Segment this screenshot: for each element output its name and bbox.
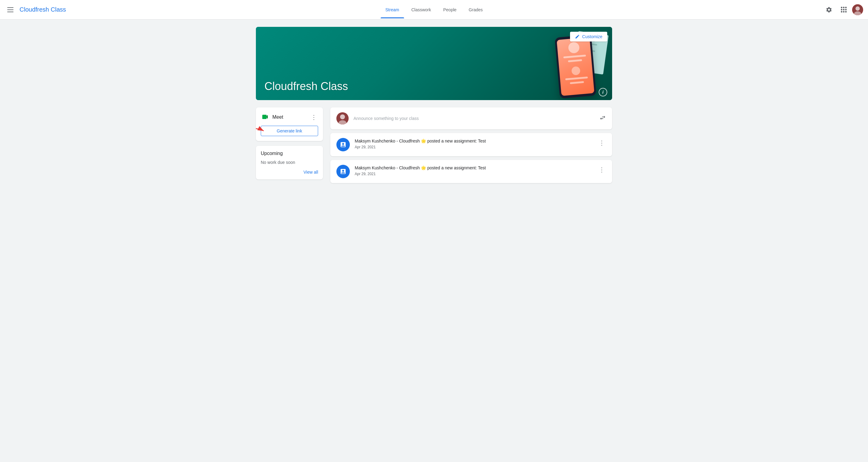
upcoming-title: Upcoming — [261, 151, 318, 156]
view-all-button[interactable]: View all — [261, 170, 318, 175]
apps-button[interactable] — [837, 4, 850, 16]
announce-placeholder[interactable]: Announce something to your class — [353, 116, 594, 121]
app-title: Cloudfresh Class — [20, 6, 66, 13]
meet-label: Meet — [272, 114, 283, 120]
share-icon[interactable] — [599, 114, 606, 123]
banner-title: Cloudfresh Class — [265, 80, 348, 93]
main-nav: Stream Classwork People Grades — [66, 1, 802, 18]
upcoming-empty-text: No work due soon — [261, 160, 318, 165]
annotation-arrow — [256, 125, 267, 137]
generate-link-button[interactable]: Generate link — [261, 126, 318, 136]
sidebar: Meet ⋮ Generate link — [256, 108, 323, 179]
header-left: Cloudfresh Class — [5, 5, 66, 15]
announce-bar[interactable]: Announce something to your class — [330, 108, 612, 129]
post-1-title: Maksym Kushchenko - Cloudfresh 🌟 posted … — [355, 138, 593, 144]
post-1-icon — [336, 138, 350, 151]
generate-link-wrapper: Generate link — [261, 126, 318, 136]
post-1-menu[interactable]: ⋮ — [597, 138, 606, 148]
post-2: Maksym Kushchenko - Cloudfresh 🌟 posted … — [330, 160, 612, 183]
meet-more-button[interactable]: ⋮ — [310, 112, 318, 122]
post-2-date: Apr 29, 2021 — [355, 172, 593, 176]
grid-icon — [841, 7, 847, 12]
info-button[interactable]: i — [599, 88, 607, 96]
upcoming-card: Upcoming No work due soon View all — [256, 146, 323, 179]
tab-stream[interactable]: Stream — [381, 1, 404, 18]
menu-button[interactable] — [5, 5, 16, 15]
content-area: Meet ⋮ Generate link — [256, 108, 612, 183]
stream-feed: Announce something to your class Maksym … — [330, 108, 612, 183]
post-2-icon — [336, 165, 350, 178]
header-right — [802, 4, 863, 16]
settings-button[interactable] — [823, 4, 835, 16]
user-avatar[interactable] — [852, 4, 863, 15]
svg-point-7 — [340, 114, 345, 119]
tab-classwork[interactable]: Classwork — [407, 1, 436, 18]
class-banner: Cloudfresh Class Customize i — [256, 27, 612, 100]
meet-card: Meet ⋮ Generate link — [256, 108, 323, 141]
phone-illustration — [555, 34, 596, 98]
header: Cloudfresh Class Stream Classwork People… — [0, 0, 868, 20]
tab-grades[interactable]: Grades — [464, 1, 488, 18]
svg-point-1 — [856, 6, 860, 11]
post-1-content: Maksym Kushchenko - Cloudfresh 🌟 posted … — [355, 138, 593, 149]
main-content: Cloudfresh Class Customize i — [251, 20, 617, 191]
post-2-menu[interactable]: ⋮ — [597, 165, 606, 175]
meet-icon — [261, 113, 269, 121]
post-2-title: Maksym Kushchenko - Cloudfresh 🌟 posted … — [355, 165, 593, 171]
meet-header: Meet ⋮ — [261, 112, 318, 122]
current-user-avatar — [336, 112, 349, 124]
post-1-date: Apr 29, 2021 — [355, 145, 593, 149]
post-2-content: Maksym Kushchenko - Cloudfresh 🌟 posted … — [355, 165, 593, 176]
post-1: Maksym Kushchenko - Cloudfresh 🌟 posted … — [330, 133, 612, 156]
customize-button[interactable]: Customize — [570, 32, 607, 41]
meet-title: Meet — [261, 113, 283, 121]
tab-people[interactable]: People — [438, 1, 461, 18]
